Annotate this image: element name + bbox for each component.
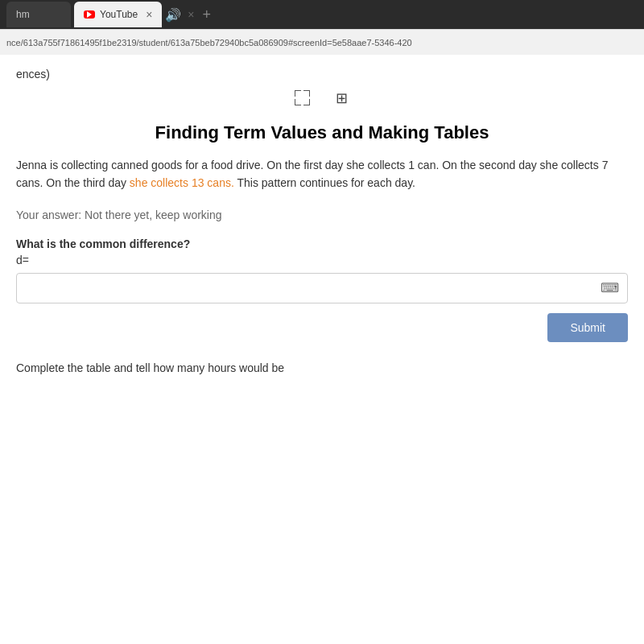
answer-status: Your answer: Not there yet, keep working [16, 208, 628, 221]
d-label: d= [16, 254, 628, 266]
problem-text-highlighted: she collects 13 cans. [130, 176, 234, 189]
page-content: ences) ⊞ Finding Term Values and Making … [0, 55, 644, 644]
page-title: Finding Term Values and Making Tables [16, 122, 628, 143]
answer-input-container: ⌨ [16, 273, 628, 303]
question-label: What is the common difference? [16, 237, 628, 250]
tab-close-button[interactable]: × [146, 8, 152, 21]
audio-icon: 🔊 [165, 7, 181, 23]
keyboard-icon: ⌨ [601, 280, 619, 295]
problem-text-part2: This pattern continues for each day. [234, 176, 415, 189]
tab-inactive-label: hm [16, 9, 30, 20]
tab-bar: hm YouTube × 🔊 × + [0, 0, 644, 29]
tab-youtube-label: YouTube [100, 9, 138, 20]
answer-input[interactable] [17, 274, 592, 303]
address-text: nce/613a755f71861495f1be2319/student/613… [6, 38, 638, 47]
browser-chrome: hm YouTube × 🔊 × + nce/613a755f71861495f… [0, 0, 644, 55]
expand-button[interactable] [291, 87, 314, 109]
address-bar: nce/613a755f71861495f1be2319/student/613… [0, 29, 644, 55]
tab-inactive[interactable]: hm [6, 2, 71, 27]
calculator-button[interactable]: ⊞ [330, 87, 353, 109]
submit-row: Submit [16, 313, 628, 342]
tab-audio-close[interactable]: × [188, 8, 194, 21]
expand-icon [295, 90, 311, 106]
submit-button[interactable]: Submit [547, 313, 628, 342]
keyboard-button[interactable]: ⌨ [592, 274, 627, 302]
breadcrumb: ences) [16, 68, 628, 80]
tab-youtube[interactable]: YouTube × [74, 2, 162, 27]
youtube-icon [84, 10, 95, 19]
calculator-icon: ⊞ [336, 89, 348, 107]
toolbar-icons: ⊞ [16, 87, 628, 109]
add-tab-button[interactable]: + [198, 6, 217, 23]
problem-text: Jenna is collecting canned goods for a f… [16, 156, 628, 192]
next-question-text: Complete the table and tell how many hou… [16, 361, 628, 374]
